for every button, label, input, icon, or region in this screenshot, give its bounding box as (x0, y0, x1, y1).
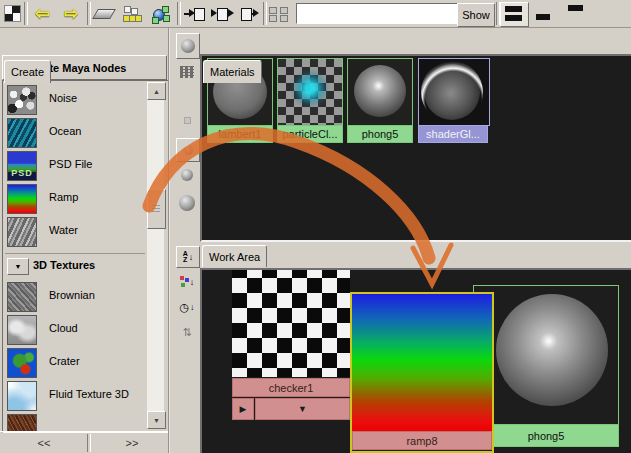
node-collapse-button[interactable]: ▼ (255, 398, 350, 420)
particle-cloud-icon (277, 58, 343, 126)
down-arrow-icon: ↓ (189, 252, 194, 262)
render-swatch-button[interactable] (176, 33, 200, 59)
work-node-ramp8[interactable]: ramp8 (350, 292, 494, 453)
node-title[interactable]: checker1 (232, 378, 350, 397)
scrollbar-thumb[interactable] (147, 189, 166, 229)
list-item-label: Water (49, 224, 78, 236)
ramp-gradient-icon (352, 294, 492, 431)
work-node-phong5[interactable]: phong5 (473, 285, 619, 447)
graph-dependencies-button (266, 3, 292, 24)
phong-sphere-icon (496, 294, 608, 406)
scroll-down-icon: ▼ (153, 417, 160, 424)
swatch-label: phong5 (347, 126, 413, 143)
display-options-strip: A Z ↓ ↓ ◷ ↓ ⇅ (168, 28, 200, 453)
psd-badge: PSD (8, 168, 36, 178)
water-swatch-icon (7, 217, 37, 247)
updown-arrows-icon: ⇅ (182, 326, 191, 339)
tab-create[interactable]: Create (4, 60, 51, 83)
list-item-granite[interactable] (5, 412, 145, 433)
layout-both-panels-button[interactable] (500, 2, 529, 27)
list-scrollbar[interactable]: ▲ ▼ (147, 82, 164, 429)
triangle-right-icon: ▶ (240, 404, 247, 414)
work-area-canvas[interactable]: phong5 checker1 ▶ ▼ ramp8 (200, 268, 631, 453)
swatch-node-particlecloud[interactable]: particleCl... (277, 58, 343, 143)
output-connections-button[interactable] (237, 3, 263, 24)
filter-icon (184, 117, 191, 124)
work-node-checker1[interactable]: checker1 ▶ ▼ (232, 270, 350, 397)
show-button[interactable]: Show (457, 3, 495, 27)
shading-network-icon (151, 6, 169, 22)
back-button[interactable]: ⇦ (29, 3, 55, 24)
node-title[interactable]: phong5 (474, 424, 618, 446)
list-item-label: PSD File (49, 158, 92, 170)
list-item-label: Ramp (49, 191, 78, 203)
crater-swatch-icon (7, 348, 37, 378)
list-pager: << >> (0, 431, 170, 453)
input-output-connections-button[interactable] (209, 3, 235, 24)
list-item-water[interactable]: Water (5, 215, 145, 248)
scroll-down-button[interactable]: ▼ (147, 411, 166, 429)
layout-top-only-button[interactable] (562, 2, 589, 25)
clear-graph-button[interactable] (91, 3, 117, 24)
large-swatches-button[interactable] (176, 190, 198, 216)
page-previous-button[interactable]: << (2, 434, 86, 452)
browser-tabbar: Materials Textures Utilities Lights Came… (198, 28, 631, 55)
output-connections-icon (240, 7, 260, 20)
list-item-label: Ocean (49, 125, 81, 137)
scroll-up-button[interactable]: ▲ (147, 82, 166, 100)
rearrange-graph-button[interactable] (119, 3, 145, 24)
list-view-button[interactable] (176, 61, 198, 83)
toolbar-grip-icon[interactable] (4, 5, 21, 22)
workarea-tabbar: Work Area (198, 240, 631, 268)
list-item-label: Noise (49, 92, 77, 104)
layout-bottom-only-button[interactable] (532, 2, 559, 25)
swatch-node-phong5[interactable]: phong5 (347, 58, 413, 143)
list-item-cloud[interactable]: Cloud (5, 313, 145, 346)
main-toolbar: ⇦ ⇨ (0, 0, 631, 28)
collapse-3d-textures-button[interactable]: ▼ (7, 258, 29, 275)
node-expand-button[interactable]: ▶ (232, 398, 254, 420)
medium-swatches-button[interactable] (176, 164, 198, 186)
materials-browser[interactable]: lambert1 particleCl... phong5 shaderGl..… (200, 54, 631, 242)
page-next-button[interactable]: >> (90, 434, 174, 452)
swatch-label: lambert1 (207, 126, 273, 143)
phong-sphere-icon (347, 58, 413, 126)
scroll-up-icon: ▲ (153, 88, 160, 95)
thumb-grip-icon (152, 205, 160, 213)
input-connections-button[interactable] (181, 3, 207, 24)
eraser-icon (92, 9, 116, 19)
tab-work-area[interactable]: Work Area (202, 245, 267, 267)
brownian-swatch-icon (7, 282, 37, 312)
list-item-fluid-texture-3d[interactable]: Fluid Texture 3D (5, 379, 145, 412)
sort-az-icon: A Z (183, 251, 188, 263)
large-sphere-icon (179, 195, 195, 211)
ocean-swatch-icon (7, 118, 37, 148)
graph-network-button[interactable] (147, 3, 173, 24)
list-item-psd-file[interactable]: PSD PSD File (5, 149, 145, 182)
sort-by-time-button[interactable]: ◷ ↓ (176, 297, 198, 317)
sort-alphabetical-button[interactable]: A Z ↓ (176, 246, 200, 268)
list-item-crater[interactable]: Crater (5, 346, 145, 379)
tab-materials[interactable]: Materials (203, 60, 262, 83)
list-item-ramp[interactable]: Ramp (5, 182, 145, 215)
list-item-noise[interactable]: Noise (5, 83, 145, 116)
graph-dependencies-icon (269, 7, 289, 21)
swatch-label: particleCl... (277, 126, 343, 143)
list-item-label: Cloud (49, 322, 78, 334)
triangle-down-icon: ▼ (298, 404, 307, 414)
swatch-node-shaderglow[interactable]: shaderGl... (418, 58, 490, 143)
sort-type-icon (180, 276, 189, 288)
shader-glow-icon (418, 58, 490, 126)
small-swatches-button[interactable] (176, 138, 200, 162)
clock-icon: ◷ (179, 301, 189, 314)
medium-sphere-icon (181, 169, 193, 181)
sphere-swatch-icon (181, 39, 195, 53)
filter-input[interactable] (296, 3, 460, 24)
list-item-ocean[interactable]: Ocean (5, 116, 145, 149)
node-title[interactable]: ramp8 (352, 431, 492, 450)
list-item-brownian[interactable]: Brownian (5, 280, 145, 313)
filter-button-disabled (176, 112, 198, 128)
input-connections-icon (184, 7, 204, 20)
forward-button[interactable]: ⇨ (58, 3, 84, 24)
sort-by-type-button[interactable]: ↓ (176, 272, 198, 292)
